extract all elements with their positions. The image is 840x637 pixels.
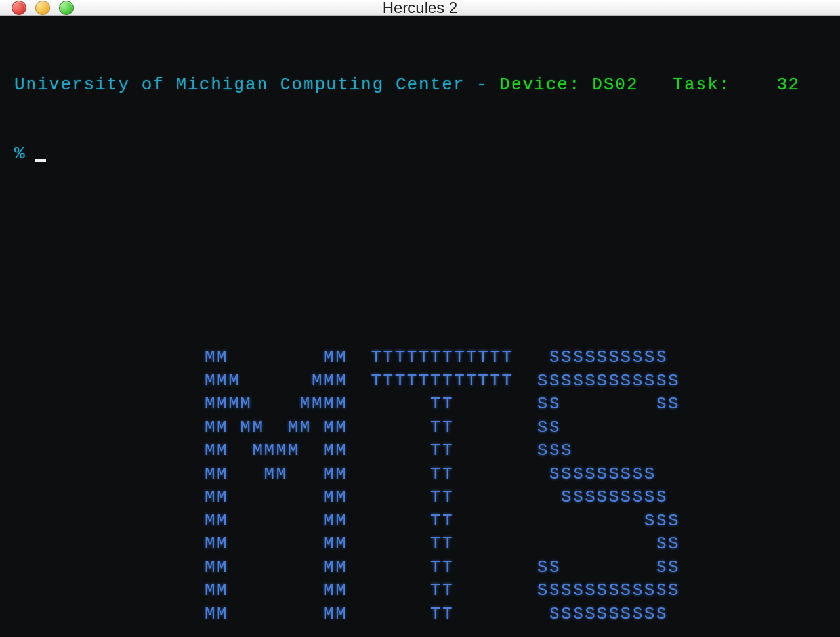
prompt-char: %: [14, 143, 26, 165]
task-value: 32: [777, 75, 800, 95]
close-icon[interactable]: [12, 1, 26, 15]
window-title: Hercules 2: [0, 0, 840, 17]
device-label: Device:: [499, 75, 592, 95]
minimize-icon[interactable]: [35, 1, 50, 15]
prompt-row: %: [14, 143, 826, 165]
cursor-icon: [35, 159, 46, 162]
terminal-header-row: University of Michigan Computing Center …: [14, 74, 826, 97]
ascii-banner: MM MM TTTTTTTTTTTT SSSSSSSSSS MMM MMM TT…: [205, 346, 826, 626]
device-value: DS02: [592, 75, 638, 95]
terminal-screen[interactable]: University of Michigan Computing Center …: [0, 16, 840, 637]
window-titlebar: Hercules 2: [0, 0, 840, 16]
org-name: University of Michigan Computing Center …: [14, 75, 499, 95]
task-label: Task:: [639, 75, 777, 95]
traffic-lights: [12, 1, 74, 15]
zoom-icon[interactable]: [59, 1, 74, 15]
